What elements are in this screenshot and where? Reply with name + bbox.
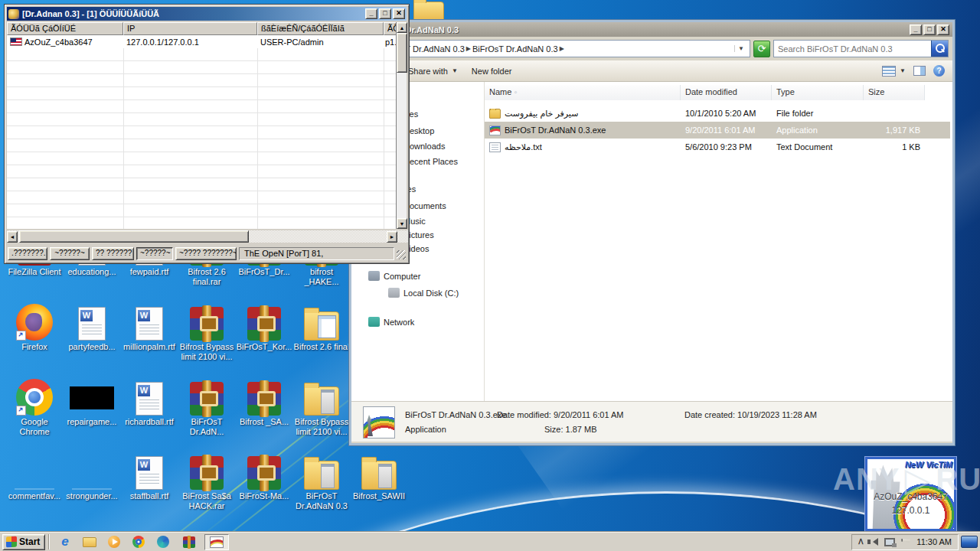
status-button[interactable]: ~???? ???????~ [175, 247, 237, 260]
sidebar-item-computer[interactable]: Computer [368, 271, 420, 281]
column-header-date-modified[interactable]: Date modified [681, 85, 772, 100]
details-date-created: Date created: 10/19/2023 11:28 AM [684, 410, 817, 419]
rar-icon [247, 307, 281, 341]
status-button[interactable]: ?? ?????? [92, 247, 134, 260]
desktop-icon-bifrost-ma-[interactable]: BiFroSt-Ma... [236, 452, 292, 501]
desktop-icon-bifrost-sa-[interactable]: Bifrost _SA... [236, 377, 292, 427]
refresh-button[interactable]: ⟳ [753, 41, 770, 57]
scrollbar-thumb[interactable] [19, 230, 249, 243]
desktop-icon-label: millionpalm.rtf [121, 342, 178, 352]
network-icon [368, 317, 380, 327]
selected-file-icon [363, 406, 395, 439]
clock[interactable]: 11:30 AM [916, 537, 952, 546]
desktop-icon-bifrost-kor-[interactable]: BiFrOsT_Kor... [236, 302, 292, 352]
desktop-icon-bifrost-bypass-limit-2100-vi[interactable]: Bifrost Bypass limit 2100 vi... [178, 302, 235, 362]
windows-logo-icon [6, 536, 17, 548]
file-row[interactable]: ملاحظه.txt5/6/2010 9:23 PMText Document1… [485, 139, 950, 155]
search-icon[interactable] [931, 41, 948, 57]
resize-grip[interactable] [397, 250, 406, 259]
network-icon[interactable] [884, 538, 895, 546]
winrar-taskbar-button[interactable] [177, 534, 201, 550]
column-header-name[interactable]: Name ◦ [485, 85, 681, 100]
start-button[interactable]: Start [2, 534, 45, 550]
chrome-taskbar-button[interactable] [130, 534, 147, 549]
horizontal-scrollbar[interactable]: ◄ ► [7, 230, 408, 243]
desktop-icon-google-chrome[interactable]: Google Chrome [6, 377, 63, 437]
maximize-button[interactable]: □ [379, 8, 391, 19]
minimize-button[interactable]: _ [365, 8, 377, 19]
scroll-left-icon[interactable]: ◄ [7, 231, 18, 243]
scroll-right-icon[interactable]: ► [387, 231, 397, 243]
minimize-button[interactable]: _ [910, 24, 922, 35]
share-with-button[interactable]: Share with ▼ [408, 67, 458, 76]
volume-icon[interactable] [869, 538, 878, 546]
help-button[interactable]: ? [933, 65, 945, 77]
scroll-down-icon[interactable]: ▼ [397, 218, 407, 229]
desktop-icon-firefox[interactable]: Firefox [6, 302, 63, 352]
edge-taskbar-button[interactable] [155, 534, 172, 549]
file-row[interactable]: BiFrOsT Dr.AdNaN 0.3.exe9/20/2011 6:01 A… [485, 122, 950, 139]
desktop-icon-richardball-rtf[interactable]: richardball.rtf [121, 377, 178, 427]
desktop-icon-partyfeedb-[interactable]: partyfeedb... [64, 302, 120, 352]
victim-column-header[interactable]: ÃÓÜÜã ÇáÖÍíÜÉ [7, 22, 123, 35]
search-box[interactable] [773, 40, 949, 57]
desktop-icon-bifrost-sawii[interactable]: Bifrost_SAWII [351, 452, 407, 501]
victim-column-header[interactable]: IP [123, 22, 257, 35]
file-name-cell: BiFrOsT Dr.AdNaN 0.3.exe [485, 126, 681, 135]
column-header-size[interactable]: Size [864, 85, 925, 100]
desktop-icon-commentfav-[interactable]: commentfav... [6, 452, 63, 501]
bifrost-app-taskbar-button[interactable] [204, 534, 229, 550]
desktop-icon-label: FileZilla Client [6, 267, 63, 277]
breadcrumb[interactable]: ▶BiFrOsT Dr.AdNaN 0.3▶BiFrOsT Dr.AdNaN 0… [355, 40, 750, 57]
desktop-icon-millionpalm-rtf[interactable]: millionpalm.rtf [121, 302, 178, 352]
new-victim-popup[interactable]: NeW VicTiM AzOuZ_c4ba3647 127.0.0.1 [865, 457, 956, 531]
vertical-scrollbar[interactable]: ▲ ▼ [396, 22, 407, 229]
rar-icon [190, 456, 224, 490]
action-center-flag-icon[interactable] [901, 539, 910, 545]
status-button[interactable]: .???????. [8, 247, 47, 260]
search-input[interactable] [774, 44, 931, 54]
desktop-icon-label: Bifrost_SAWII [351, 491, 407, 501]
close-button[interactable]: ✕ [393, 8, 405, 19]
desktop-icon-bifrost-sa-a-hack-rar[interactable]: BiFrost Sa$a HACK.rar [178, 452, 235, 511]
tray-expand-icon[interactable]: ᐱ [858, 538, 863, 546]
desktop-icon-label: staffball.rtf [121, 491, 178, 501]
explorer-titlebar[interactable]: BiFrOsT Dr.AdNaN 0.3 _ □ ✕ [351, 22, 952, 37]
dr-adnan-window-icon [8, 9, 19, 19]
windows-explorer-taskbar-button[interactable] [81, 534, 98, 549]
media-player-icon [108, 536, 120, 548]
internet-explorer-taskbar-button[interactable]: e [57, 534, 74, 549]
dr-adnan-titlebar[interactable]: [Dr.Adnan 0.3] - [1] ÖÜÜÍÜÜÃíÜÜÃ _ □ ✕ [7, 7, 407, 21]
desktop-icon-strongunder-[interactable]: strongunder... [64, 452, 120, 501]
word-icon [136, 456, 163, 490]
new-folder-button[interactable]: New folder [472, 67, 512, 76]
desktop-icon-bifrost-bypass-limit-2100-vi[interactable]: Bifrost Bypass limit 2100 vi... [293, 377, 350, 437]
desktop-icon-staffball-rtf[interactable]: staffball.rtf [121, 452, 178, 501]
media-player-taskbar-button[interactable] [106, 534, 122, 549]
close-button[interactable]: ✕ [937, 24, 949, 35]
breadcrumb-segment[interactable]: BiFrOsT Dr.AdNaN 0.3 [472, 44, 558, 54]
scrollbar-thumb[interactable] [397, 33, 407, 73]
column-header-type[interactable]: Type [772, 85, 864, 100]
desktop-icon-bifrost-dr-adn-[interactable]: BiFrOsT Dr.AdN... [178, 377, 235, 437]
sidebar-item-local-disk-c-[interactable]: Local Disk (C:) [388, 288, 459, 298]
system-tray: ᐱ 11:30 AM [851, 534, 959, 550]
desktop-icon-bifrost-2-6-final[interactable]: Bifrost 2.6 final [293, 302, 350, 352]
sidebar-item-network[interactable]: Network [368, 317, 414, 327]
desktop-icon-bifrost-dr-adnan-0-3[interactable]: BiFrOsT Dr.AdNaN 0.3 [293, 452, 350, 511]
folder-files-icon [304, 461, 339, 490]
preview-pane-button[interactable] [913, 66, 926, 76]
file-row[interactable]: سيرفر خام بيفروست10/1/2010 5:20 AMFile f… [485, 105, 950, 122]
status-button[interactable]: ~?????~ [50, 247, 90, 260]
show-desktop-button[interactable] [961, 536, 978, 548]
desktop-icon-label: BiFrost Sa$a HACK.rar [178, 491, 235, 511]
scroll-up-icon[interactable]: ▲ [397, 22, 407, 33]
status-button[interactable]: ~?????~ [136, 247, 173, 260]
victim-table [7, 22, 397, 229]
breadcrumb-dropdown-icon[interactable]: ▼ [734, 45, 747, 52]
victim-column-header[interactable]: ßãÈíæÊÑ/ÇáãÓÊÎÏãIã [257, 22, 384, 35]
change-view-button[interactable]: ▼ [882, 66, 906, 77]
maximize-button[interactable]: □ [923, 24, 936, 35]
victim-row[interactable]: AzOuZ_c4ba3647 127.0.0.1/127.0.0.1 USER-… [7, 35, 399, 48]
desktop-icon-repairgame-[interactable]: repairgame... [64, 377, 120, 427]
